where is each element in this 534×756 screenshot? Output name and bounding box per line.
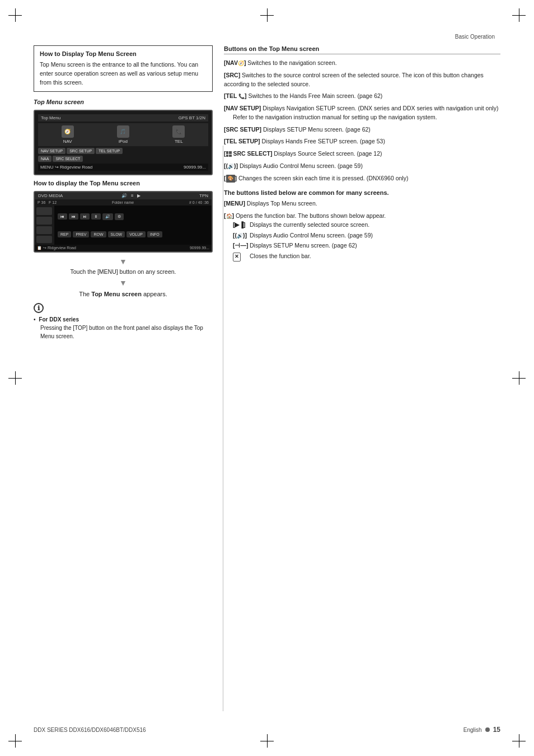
s2-btn10: SLOW xyxy=(108,231,125,237)
btn-nav-setup-text: Displays Navigation SETUP screen. (DNX s… xyxy=(263,105,498,111)
section-box-body: Top Menu screen is the entrance to all t… xyxy=(40,60,207,87)
screen2-sub-status: P 36 F 12 Folder name # 0 / 40 :36 xyxy=(35,199,212,206)
screen1-icon-tel: 📞 TEL xyxy=(172,125,185,144)
sub-currently-selected: [▶▐] Displays the currently selected sou… xyxy=(233,221,500,230)
screen1-status: GPS BT 1/2N xyxy=(179,115,205,120)
btn-tel-setup-label: [TEL SETUP] xyxy=(224,138,260,144)
button-src: [SRC] Switches to the source control scr… xyxy=(224,71,500,89)
s2-btn9: ROW xyxy=(91,231,106,237)
screen2-status: 🔊 ≡ ▶ xyxy=(121,193,140,198)
btn-src-select-label: [ SRC SELECT] xyxy=(224,150,272,157)
screen1-mockup: Top Menu GPS BT 1/2N 🧭 NAV 🎵 iPod 📞 TEL xyxy=(34,110,213,175)
button-src-select: [ SRC SELECT] Displays Source Select scr… xyxy=(224,150,500,158)
screen1-address-row: NAA SRC SELECT xyxy=(38,156,208,162)
btn-tel-setup-text: Displays Hands Free SETUP screen. (page … xyxy=(261,138,385,144)
screen2-mockup: DVD MEDIA 🔊 ≡ ▶ TPN P 36 F 12 Folder nam… xyxy=(34,191,213,253)
folder-name: Folder name xyxy=(112,200,134,204)
footer-dot xyxy=(485,727,490,732)
sub-label-audio: [(🔊)] xyxy=(233,231,250,240)
instruction-text: Touch the [MENU] button on any screen. xyxy=(34,268,213,275)
btn-skin-label: [🎨] xyxy=(224,175,237,181)
nav-setup-btn: NAV SETUP xyxy=(38,148,65,154)
common-home-label: [🏠] xyxy=(224,212,234,219)
src-setup-btn: SRC SETUP xyxy=(67,148,95,154)
result-suffix: appears. xyxy=(142,291,167,297)
screen-title-label: Top Menu screen xyxy=(34,99,213,105)
section-box-title: How to Display Top Menu Screen xyxy=(40,50,207,57)
screen2-tpn: TPN xyxy=(199,193,208,198)
common-section: The buttons listed below are common for … xyxy=(224,189,500,261)
s2-btn5: 🔊 xyxy=(102,213,113,220)
result-prefix: The xyxy=(79,291,91,297)
button-tel-setup: [TEL SETUP] Displays Hands Free SETUP sc… xyxy=(224,137,500,146)
note-body: • For DDX series Pressing the [TOP] butt… xyxy=(34,315,213,340)
btn-src-text: Switches to the source control screen of… xyxy=(224,72,484,87)
bullet-dot: • xyxy=(34,316,36,323)
screen2-row1: ⏮ ⏭ ⏯ ⏸ 🔊 ⚙ xyxy=(58,213,208,220)
s2-btn4: ⏸ xyxy=(91,213,101,220)
screen1-bottom: MENU ↪ Ridgeview Road 90999.99... xyxy=(38,164,208,171)
tel-setup-btn: TEL SETUP xyxy=(96,148,123,154)
screen2-topbar: DVD MEDIA 🔊 ≡ ▶ TPN xyxy=(35,192,212,199)
page-footer: DDX SERIES DDX616/DDX6046BT/DDX516 Engli… xyxy=(34,726,500,734)
sub-setup-menu: [⊣—] Displays SETUP Menu screen. (page 6… xyxy=(233,241,500,250)
right-section-title: Buttons on the Top Menu screen xyxy=(224,45,500,54)
button-skin: [🎨] Changes the screen skin each time it… xyxy=(224,174,500,183)
content-columns: How to Display Top Menu Screen Top Menu … xyxy=(34,45,500,340)
s2-btn12: INFO xyxy=(147,231,162,237)
common-home-text: Opens the function bar. The buttons show… xyxy=(236,212,386,219)
screen1-bottom-right: 90999.99... xyxy=(184,165,206,170)
result-text: The Top Menu screen appears. xyxy=(34,291,213,297)
screen2-row2: REP PREV ROW SLOW VOLUP INFO xyxy=(58,231,208,237)
btn-src-label: [SRC] xyxy=(224,72,240,78)
screen2-main: ⏮ ⏭ ⏯ ⏸ 🔊 ⚙ REP PREV ROW SLOW VOL xyxy=(35,206,212,245)
footer-series: DDX SERIES DDX616/DDX6046BT/DDX516 xyxy=(34,727,146,733)
btn-skin-text: Changes the screen skin each time it is … xyxy=(238,175,408,181)
tel-icon: 📞 xyxy=(172,125,185,138)
result-bold: Top Menu screen xyxy=(91,291,142,297)
btn-src-select-text: Displays Source Select screen. (page 12) xyxy=(274,150,382,157)
button-src-setup: [SRC SETUP] Displays SETUP Menu screen. … xyxy=(224,125,500,134)
screen1-icons-row: 🧭 NAV 🎵 iPod 📞 TEL xyxy=(38,123,208,146)
btn-audio-label: [(🔊)] xyxy=(224,162,238,169)
arrow-down xyxy=(34,257,213,266)
sub-text-setup: Displays SETUP Menu screen. (page 62) xyxy=(250,241,357,250)
common-btn-menu: [MENU] Displays Top Menu screen. xyxy=(224,199,500,208)
src-select-btn: SRC SELECT xyxy=(53,156,83,162)
button-nav-setup: [NAV SETUP] Displays Navigation SETUP sc… xyxy=(224,104,500,122)
btn-tel-text: Switches to the Hands Free Main screen. … xyxy=(248,92,382,99)
sidebar-item-2 xyxy=(36,217,52,225)
common-home-subs: [▶▐] Displays the currently selected sou… xyxy=(224,221,500,262)
s2-btn1: ⏮ xyxy=(58,213,67,220)
page-header: Basic Operation xyxy=(34,34,500,40)
sub-text-audio: Displays Audio Control Menu screen. (pag… xyxy=(250,231,373,240)
s2-btn2: ⏭ xyxy=(69,213,78,220)
sub-text-play: Displays the currently selected source s… xyxy=(250,221,369,230)
screen1-top-label: Top Menu xyxy=(41,115,60,120)
button-audio: [(🔊)] Displays Audio Control Menu screen… xyxy=(224,162,500,171)
s2-btn3: ⏯ xyxy=(80,213,90,220)
footer-left: DDX SERIES DDX616/DDX6046BT/DDX516 xyxy=(34,727,146,733)
btn-nav-text: Switches to the navigation screen. xyxy=(247,59,336,66)
sub-label-close: ✕ xyxy=(233,252,250,262)
screen1-nav-buttons: NAV SETUP SRC SETUP TEL SETUP xyxy=(38,148,208,154)
common-menu-text: Displays Top Menu screen. xyxy=(247,200,317,207)
btn-nav-label: [NAV🧭] xyxy=(224,59,246,66)
common-section-title: The buttons listed below are common for … xyxy=(224,189,500,196)
note-header: ℹ xyxy=(34,303,213,313)
common-btn-home: [🏠] Opens the function bar. The buttons … xyxy=(224,212,500,262)
btn-tel-label: [TEL 📞] xyxy=(224,92,247,99)
note-bullet: • For DDX series xyxy=(34,315,213,324)
header-title: Basic Operation xyxy=(455,34,495,40)
button-tel: [TEL 📞] Switches to the Hands Free Main … xyxy=(224,92,500,101)
screen1-bottom-left: MENU ↪ Ridgeview Road xyxy=(40,165,92,170)
footer-page: 15 xyxy=(493,726,500,734)
btn-audio-text: Displays Audio Control Menu screen. (pag… xyxy=(240,162,363,169)
left-column: How to Display Top Menu Screen Top Menu … xyxy=(34,45,213,340)
right-column: Buttons on the Top Menu screen [NAV🧭] Sw… xyxy=(224,45,500,340)
sub-text-close: Closes the function bar. xyxy=(250,252,311,261)
btn-src-setup-label: [SRC SETUP] xyxy=(224,126,261,133)
s2-btn7: REP xyxy=(58,231,71,237)
screen1-topbar: Top Menu GPS BT 1/2N xyxy=(38,114,208,122)
sub-label-play: [▶▐] xyxy=(233,221,250,230)
